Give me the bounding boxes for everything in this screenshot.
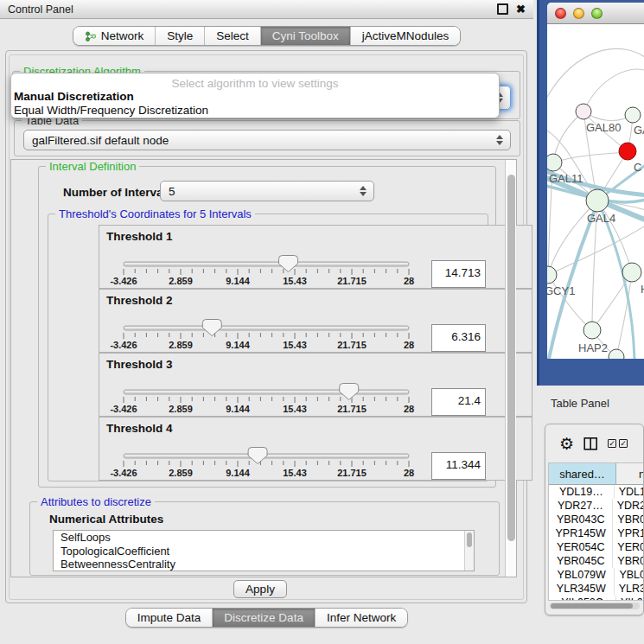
table-row[interactable]: YDL19…YDL1 bbox=[549, 485, 644, 499]
attribute-item-selfloops[interactable]: SelfLoops bbox=[54, 531, 474, 545]
table-row[interactable]: YBL079WYBL0 bbox=[549, 568, 644, 582]
column-header-name[interactable]: n bbox=[616, 463, 644, 485]
table-horizontal-scrollbar[interactable] bbox=[550, 603, 640, 609]
table-data-combobox[interactable]: galFiltered.sif default node bbox=[23, 130, 511, 150]
svg-text:HAP2: HAP2 bbox=[578, 341, 608, 354]
threshold-value-field[interactable]: 6.316 bbox=[431, 324, 486, 352]
cell-name[interactable]: YDR2 bbox=[613, 499, 644, 513]
tab-select[interactable]: Select bbox=[205, 27, 261, 45]
table-horizontal-scrollbar-thumb[interactable] bbox=[551, 603, 633, 609]
minimize-window-icon[interactable] bbox=[573, 8, 584, 19]
cell-name[interactable]: YER0 bbox=[613, 540, 644, 554]
tab-discretize-data[interactable]: Discretize Data bbox=[213, 609, 316, 627]
checkbox-icon[interactable]: ✓ bbox=[619, 439, 628, 448]
cell-shared-name[interactable]: YBR043C bbox=[549, 513, 613, 526]
threshold-slider[interactable]: -3.4262.8599.14415.4321.71528 bbox=[115, 383, 443, 416]
threshold-slider[interactable]: -3.4262.8599.14415.4321.71528 bbox=[115, 255, 443, 288]
network-window-titlebar[interactable] bbox=[547, 3, 644, 24]
svg-text:-3.426: -3.426 bbox=[110, 404, 137, 414]
tab-cyni-toolbox[interactable]: Cyni Toolbox bbox=[261, 27, 351, 45]
network-node[interactable] bbox=[609, 349, 624, 359]
attribute-item-topologicalcoefficient[interactable]: TopologicalCoefficient bbox=[54, 545, 474, 558]
dropdown-option-manual-discretization[interactable]: Manual Discretization bbox=[14, 90, 134, 103]
cell-shared-name[interactable]: YER054C bbox=[549, 540, 613, 554]
cell-shared-name[interactable]: YDL19… bbox=[549, 485, 615, 499]
cell-name[interactable]: YPR1 bbox=[613, 526, 644, 540]
cell-shared-name[interactable]: YBR045C bbox=[549, 554, 613, 568]
cell-shared-name[interactable]: YLR345W bbox=[549, 582, 615, 596]
threshold-value-field[interactable]: 11.344 bbox=[431, 452, 486, 480]
table-row[interactable]: YLR345WYLR3 bbox=[549, 582, 644, 596]
tab-impute-data[interactable]: Impute Data bbox=[126, 609, 214, 627]
thresholds-group: Threshold's Coordinates for 5 Intervals … bbox=[48, 214, 488, 481]
cell-shared-name[interactable]: YIL052C bbox=[549, 596, 616, 601]
table-row[interactable]: YIL052CYIL0 bbox=[549, 596, 644, 601]
zoom-window-icon[interactable] bbox=[591, 8, 603, 19]
column-header-shared[interactable]: shared… bbox=[549, 463, 616, 485]
cell-name[interactable]: YIL0 bbox=[616, 596, 644, 601]
tab-infer-network[interactable]: Infer Network bbox=[316, 609, 407, 627]
tab-network[interactable]: Network bbox=[73, 27, 156, 45]
threshold-value-field[interactable]: 14.713 bbox=[431, 260, 486, 288]
interval-definition-title: Interval Definition bbox=[46, 160, 139, 173]
svg-text:15.43: 15.43 bbox=[283, 276, 307, 286]
tab-jactivemnodules[interactable]: jActiveMNodules bbox=[351, 27, 461, 45]
list-scrollbar[interactable] bbox=[464, 531, 474, 571]
slider-thumb[interactable] bbox=[202, 320, 221, 336]
table-panel: ⚙ ✓ ✓ shared… n YDL19…YDL1YDR27…YDR2YBR0… bbox=[545, 424, 644, 615]
table-row[interactable]: YBR045CYBR0 bbox=[549, 554, 644, 568]
list-scrollbar-thumb[interactable] bbox=[467, 532, 472, 547]
table-row[interactable]: YPR145WYPR1 bbox=[549, 526, 644, 540]
table-row[interactable]: YER054CYER0 bbox=[549, 540, 644, 554]
network-node-ga[interactable]: GA bbox=[625, 107, 644, 137]
settings-gear-icon[interactable]: ⚙ bbox=[559, 436, 574, 452]
apply-button[interactable]: Apply bbox=[233, 580, 287, 598]
threshold-label: Threshold 1 bbox=[106, 230, 173, 243]
split-columns-icon[interactable] bbox=[583, 437, 598, 451]
slider-thumb[interactable] bbox=[340, 384, 359, 400]
tab-label: Discretize Data bbox=[224, 611, 303, 624]
cell-shared-name[interactable]: YDR27… bbox=[549, 499, 613, 513]
close-window-icon[interactable] bbox=[555, 8, 566, 19]
tab-style[interactable]: Style bbox=[156, 27, 205, 45]
slider-thumb[interactable] bbox=[248, 448, 267, 464]
svg-text:21.715: 21.715 bbox=[337, 468, 367, 478]
cell-name[interactable]: YDL1 bbox=[615, 485, 644, 499]
tab-label: Cyni Toolbox bbox=[272, 29, 339, 42]
table-data-selected-value: galFiltered.sif default node bbox=[32, 134, 169, 147]
apply-button-label: Apply bbox=[245, 583, 275, 596]
cell-name[interactable]: YLR3 bbox=[615, 582, 644, 596]
attribute-item-betweennesscentrality[interactable]: BetweennessCentrality bbox=[54, 558, 474, 571]
number-of-intervals-combobox[interactable]: 5 bbox=[160, 181, 374, 201]
threshold-slider[interactable]: -3.4262.8599.14415.4321.71528 bbox=[115, 447, 443, 480]
cell-name[interactable]: YBR0 bbox=[613, 513, 644, 526]
network-node-c[interactable]: C bbox=[619, 143, 641, 174]
vertical-scrollbar-thumb[interactable] bbox=[507, 175, 515, 541]
close-icon[interactable]: ✖ bbox=[516, 3, 526, 15]
node-table: shared… n YDL19…YDL1YDR27…YDR2YBR043CYBR… bbox=[548, 462, 644, 601]
tab-label: Impute Data bbox=[137, 611, 201, 624]
table-header-row: shared… n bbox=[549, 463, 644, 485]
dropdown-option-equal-width-frequency[interactable]: Equal Width/Frequency Discretization bbox=[14, 104, 208, 117]
tab-label: Network bbox=[101, 29, 144, 42]
attributes-group-title: Attributes to discretize bbox=[37, 495, 155, 508]
cell-name[interactable]: YBL0 bbox=[615, 568, 644, 582]
threshold-value-field[interactable]: 21.4 bbox=[431, 388, 486, 416]
cell-name[interactable]: YBR0 bbox=[613, 554, 644, 568]
svg-text:9.144: 9.144 bbox=[226, 276, 250, 286]
numerical-attributes-list[interactable]: SelfLoopsTopologicalCoefficientBetweenne… bbox=[53, 530, 475, 571]
checkbox-icon[interactable]: ✓ bbox=[608, 439, 616, 448]
network-node-hap2[interactable]: HAP2 bbox=[578, 322, 608, 354]
vertical-scrollbar[interactable] bbox=[505, 160, 516, 577]
network-node-gal11[interactable]: GAL11 bbox=[547, 154, 583, 185]
threshold-slider[interactable]: -3.4262.8599.14415.4321.71528 bbox=[115, 319, 443, 352]
table-row[interactable]: YDR27…YDR2 bbox=[549, 499, 644, 513]
table-row[interactable]: YBR043CYBR0 bbox=[549, 513, 644, 526]
cell-shared-name[interactable]: YBL079W bbox=[549, 568, 615, 582]
float-window-icon[interactable] bbox=[497, 3, 508, 15]
svg-text:2.859: 2.859 bbox=[169, 468, 193, 478]
network-canvas[interactable]: GAL80GACGAL11GAL4GCY1HHAP2 bbox=[547, 24, 644, 359]
svg-text:GCY1: GCY1 bbox=[547, 284, 575, 297]
threshold-4-panel: Threshold 4-3.4262.8599.14415.4321.71528… bbox=[99, 417, 532, 481]
cell-shared-name[interactable]: YPR145W bbox=[549, 526, 613, 540]
